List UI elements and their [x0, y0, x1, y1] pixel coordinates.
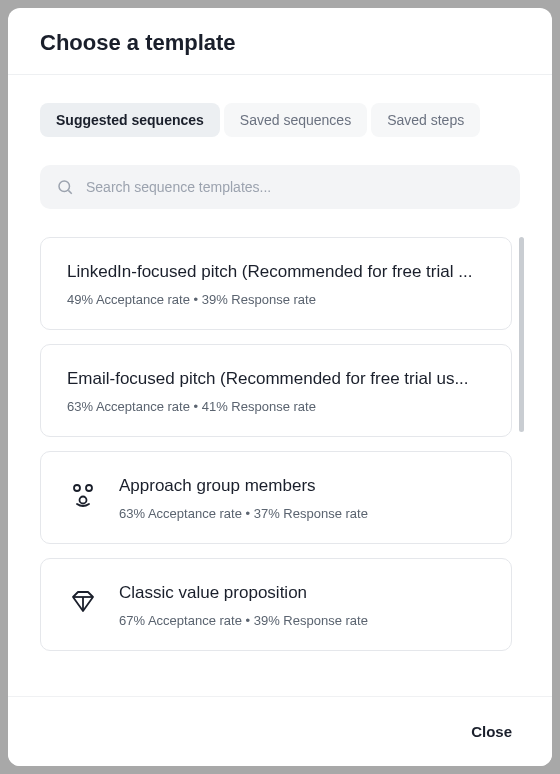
tabs: Suggested sequences Saved sequences Save… [40, 103, 520, 137]
card-title: Classic value proposition [119, 583, 485, 603]
card-content: Email-focused pitch (Recommended for fre… [67, 369, 485, 414]
card-stats: 63% Acceptance rate • 41% Response rate [67, 399, 485, 414]
svg-point-2 [74, 485, 80, 491]
group-icon [67, 480, 99, 512]
card-content: Approach group members 63% Acceptance ra… [119, 476, 485, 521]
search-wrapper[interactable] [40, 165, 520, 209]
card-title: Email-focused pitch (Recommended for fre… [67, 369, 485, 389]
modal-title: Choose a template [40, 30, 520, 56]
scrollbar[interactable] [519, 237, 524, 432]
card-stats: 67% Acceptance rate • 39% Response rate [119, 613, 485, 628]
svg-point-0 [59, 181, 70, 192]
card-stats: 49% Acceptance rate • 39% Response rate [67, 292, 485, 307]
card-stats: 63% Acceptance rate • 37% Response rate [119, 506, 485, 521]
template-list[interactable]: LinkedIn-focused pitch (Recommended for … [40, 237, 520, 687]
template-card[interactable]: LinkedIn-focused pitch (Recommended for … [40, 237, 512, 330]
template-card[interactable]: Classic value proposition 67% Acceptance… [40, 558, 512, 651]
close-button[interactable]: Close [467, 717, 516, 746]
search-input[interactable] [86, 179, 504, 195]
modal-body: Suggested sequences Saved sequences Save… [8, 75, 552, 696]
modal-header: Choose a template [8, 8, 552, 75]
svg-point-3 [86, 485, 92, 491]
svg-line-1 [68, 190, 71, 193]
template-card[interactable]: Approach group members 63% Acceptance ra… [40, 451, 512, 544]
search-icon [56, 178, 74, 196]
template-modal: Choose a template Suggested sequences Sa… [8, 8, 552, 766]
card-title: Approach group members [119, 476, 485, 496]
tab-saved-sequences[interactable]: Saved sequences [224, 103, 367, 137]
card-title: LinkedIn-focused pitch (Recommended for … [67, 262, 485, 282]
tab-saved-steps[interactable]: Saved steps [371, 103, 480, 137]
template-list-container: LinkedIn-focused pitch (Recommended for … [40, 237, 520, 687]
card-content: LinkedIn-focused pitch (Recommended for … [67, 262, 485, 307]
modal-footer: Close [8, 696, 552, 766]
template-card[interactable]: Email-focused pitch (Recommended for fre… [40, 344, 512, 437]
diamond-icon [67, 587, 99, 619]
svg-point-4 [80, 497, 87, 504]
card-content: Classic value proposition 67% Acceptance… [119, 583, 485, 628]
tab-suggested-sequences[interactable]: Suggested sequences [40, 103, 220, 137]
